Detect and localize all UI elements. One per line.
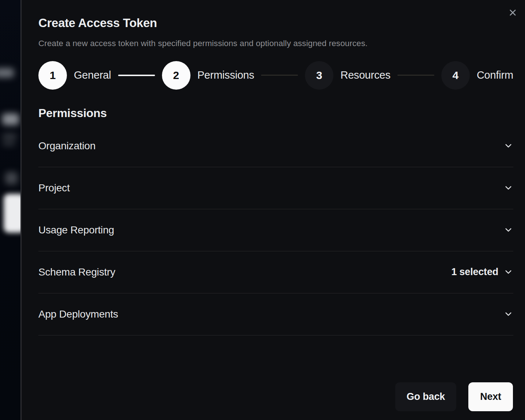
accordion-row-schema-registry[interactable]: Schema Registry 1 selected <box>38 251 513 293</box>
accordion-row-organization[interactable]: Organization <box>38 125 513 167</box>
chevron-down-icon <box>503 141 513 151</box>
modal-title: Create Access Token <box>38 16 513 30</box>
step-label: Confirm <box>477 69 513 81</box>
blurred-background-element <box>2 134 17 139</box>
blurred-background-element <box>0 68 14 78</box>
accordion-label: Organization <box>38 140 95 152</box>
blurred-background-element <box>5 172 18 184</box>
wizard-stepper: 1 General 2 Permissions 3 Resources 4 Co… <box>38 61 513 90</box>
blurred-background-element <box>4 194 20 233</box>
step-number-badge: 4 <box>441 61 470 90</box>
step-general[interactable]: 1 General <box>38 61 111 90</box>
step-connector <box>118 75 155 76</box>
step-label: Permissions <box>197 69 254 81</box>
accordion-label: Project <box>38 182 70 194</box>
chevron-down-icon <box>503 183 513 193</box>
step-connector <box>261 75 298 76</box>
accordion-label: Usage Reporting <box>38 224 114 236</box>
accordion-label: App Deployments <box>38 308 118 320</box>
step-label: Resources <box>340 69 390 81</box>
accordion-row-usage-reporting[interactable]: Usage Reporting <box>38 209 513 251</box>
accordion-row-project[interactable]: Project <box>38 167 513 209</box>
close-icon <box>508 8 518 18</box>
step-number-badge: 3 <box>305 61 333 90</box>
next-button[interactable]: Next <box>468 382 513 411</box>
blurred-background-element <box>2 141 15 146</box>
close-button[interactable] <box>507 7 518 18</box>
step-number-badge: 1 <box>38 61 67 90</box>
chevron-down-icon <box>503 225 513 235</box>
step-confirm[interactable]: 4 Confirm <box>441 61 513 90</box>
step-connector <box>397 75 434 76</box>
go-back-button[interactable]: Go back <box>395 382 456 411</box>
modal-footer: Go back Next <box>395 382 513 411</box>
step-label: General <box>74 69 111 81</box>
modal-subtitle: Create a new access token with specified… <box>38 39 513 48</box>
permissions-heading: Permissions <box>38 106 513 120</box>
permissions-accordion: Organization Project Usage Reporting <box>38 125 513 335</box>
background-page-blurred <box>0 0 20 420</box>
chevron-down-icon <box>503 267 513 277</box>
accordion-label: Schema Registry <box>38 266 115 278</box>
blurred-background-element <box>2 113 19 125</box>
step-permissions[interactable]: 2 Permissions <box>162 61 254 90</box>
step-resources[interactable]: 3 Resources <box>305 61 390 90</box>
chevron-down-icon <box>503 309 513 319</box>
step-number-badge: 2 <box>162 61 190 90</box>
selected-count: 1 selected <box>451 266 498 278</box>
create-access-token-modal: Create Access Token Create a new access … <box>20 0 525 420</box>
accordion-row-app-deployments[interactable]: App Deployments <box>38 293 513 335</box>
